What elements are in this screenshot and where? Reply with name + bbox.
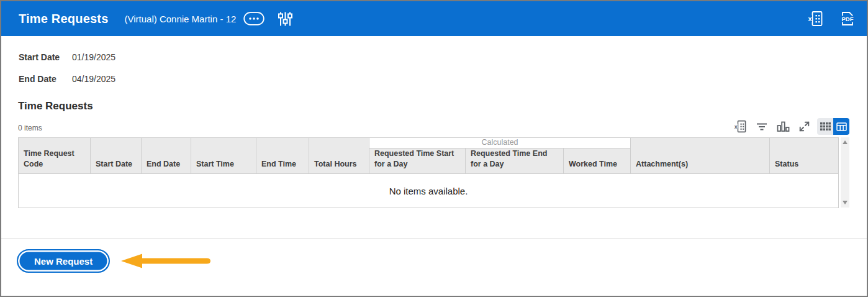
table-vertical-scrollbar[interactable] bbox=[841, 137, 849, 208]
start-date-value: 01/19/2025 bbox=[72, 52, 115, 62]
sliders-icon bbox=[278, 11, 292, 27]
report-filters: Start Date 01/19/2025 End Date 04/19/202… bbox=[1, 36, 867, 84]
group-header-row: Time Request Code Start Date End Date St… bbox=[19, 138, 839, 148]
new-request-button[interactable]: New Request bbox=[17, 249, 110, 273]
end-date-row: End Date 04/19/2025 bbox=[19, 74, 867, 84]
table-view-icon bbox=[836, 122, 847, 131]
expand-icon bbox=[799, 121, 810, 132]
column-group-calculated: Calculated bbox=[369, 138, 631, 148]
filter-icon bbox=[756, 122, 767, 131]
export-excel-button[interactable]: x bbox=[734, 120, 747, 133]
excel-export-icon: x bbox=[808, 11, 823, 27]
column-header-attachments[interactable]: Attachment(s) bbox=[631, 138, 770, 174]
start-date-row: Start Date 01/19/2025 bbox=[19, 52, 867, 62]
export-pdf-button[interactable]: PDF bbox=[839, 11, 856, 27]
page-title: Time Requests bbox=[19, 12, 109, 26]
column-header-start-date[interactable]: Start Date bbox=[91, 138, 142, 174]
view-toggle bbox=[817, 118, 849, 135]
start-date-label: Start Date bbox=[19, 52, 72, 62]
app-header: Time Requests (Virtual) Connie Martin - … bbox=[1, 1, 867, 36]
scroll-up-icon[interactable] bbox=[843, 140, 848, 144]
pdf-export-icon: PDF bbox=[839, 11, 856, 27]
empty-message: No items available. bbox=[19, 174, 839, 208]
time-requests-page: Time Requests (Virtual) Connie Martin - … bbox=[0, 0, 868, 297]
column-header-total-hours[interactable]: Total Hours bbox=[309, 138, 369, 174]
empty-row: No items available. bbox=[19, 174, 839, 208]
column-header-end-time[interactable]: End Time bbox=[256, 138, 309, 174]
svg-text:x: x bbox=[735, 124, 738, 130]
column-header-requested-time-start[interactable]: Requested Time Start for a Day bbox=[369, 148, 466, 174]
filter-button[interactable] bbox=[756, 122, 767, 131]
chart-button[interactable] bbox=[777, 121, 790, 132]
section-title: Time Requests bbox=[18, 100, 849, 112]
report-context: (Virtual) Connie Martin - 12 bbox=[125, 14, 237, 24]
grid-toolbar-icons: x bbox=[725, 118, 849, 135]
svg-text:x: x bbox=[808, 15, 813, 22]
end-date-label: End Date bbox=[19, 74, 72, 84]
column-header-status[interactable]: Status bbox=[770, 138, 839, 174]
annotation-arrow-icon bbox=[120, 252, 212, 270]
svg-text:PDF: PDF bbox=[842, 16, 854, 22]
grid-view-button[interactable] bbox=[817, 118, 833, 135]
column-header-time-request-code[interactable]: Time Request Code bbox=[19, 138, 91, 174]
grid-toolbar: 0 items x bbox=[18, 118, 849, 135]
table-view-button[interactable] bbox=[833, 118, 849, 135]
footer: New Request bbox=[1, 239, 867, 273]
column-header-start-time[interactable]: Start Time bbox=[191, 138, 256, 174]
column-header-end-date[interactable]: End Date bbox=[142, 138, 191, 174]
ellipsis-icon bbox=[243, 12, 264, 25]
column-header-worked-time[interactable]: Worked Time bbox=[564, 148, 631, 174]
excel-export-icon: x bbox=[734, 120, 747, 133]
bar-chart-icon bbox=[777, 121, 790, 132]
item-count: 0 items bbox=[18, 124, 42, 135]
settings-button[interactable] bbox=[278, 11, 292, 27]
grid-view-icon bbox=[820, 122, 831, 130]
end-date-value: 04/19/2025 bbox=[72, 74, 115, 84]
table-zone: Time Request Code Start Date End Date St… bbox=[18, 137, 849, 208]
export-excel-button[interactable]: x bbox=[808, 11, 823, 27]
expand-button[interactable] bbox=[799, 121, 810, 132]
column-header-requested-time-end[interactable]: Requested Time End for a Day bbox=[466, 148, 564, 174]
scroll-down-icon[interactable] bbox=[843, 201, 848, 204]
related-actions-button[interactable] bbox=[243, 12, 264, 25]
time-requests-table: Time Request Code Start Date End Date St… bbox=[18, 137, 839, 208]
time-requests-section: Time Requests 0 items x bbox=[1, 96, 867, 208]
